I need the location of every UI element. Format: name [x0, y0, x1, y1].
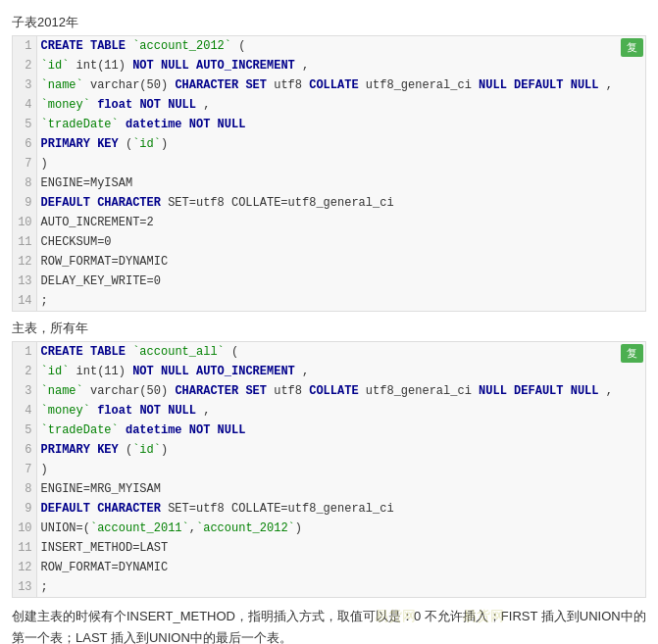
- table-row: 10 AUTO_INCREMENT=2: [13, 213, 645, 232]
- code-table-2012: 1 CREATE TABLE `account_2012` ( 2 `id` i…: [13, 36, 645, 311]
- table-row: 13 ;: [13, 577, 645, 597]
- table-row: 11 CHECKSUM=0: [13, 232, 645, 252]
- line-num: 4: [13, 401, 36, 421]
- line-num: 2: [13, 56, 36, 75]
- table-row: 6 PRIMARY KEY (`id`): [13, 134, 645, 154]
- line-num: 10: [13, 519, 36, 538]
- prose-insert-method: 创建主表的时候有个INSERT_METHOD，指明插入方式，取值可以是：0 不允…: [12, 606, 646, 644]
- line-num: 3: [13, 75, 36, 95]
- table-row: 5 `tradeDate` datetime NOT NULL: [13, 421, 645, 440]
- table-row: 2 `id` int(11) NOT NULL AUTO_INCREMENT ,: [13, 56, 645, 75]
- code-table-all: 1 CREATE TABLE `account_all` ( 2 `id` in…: [13, 342, 645, 597]
- line-num: 8: [13, 479, 36, 499]
- line-num: 3: [13, 381, 36, 401]
- line-num: 6: [13, 134, 36, 154]
- table-row: 11 INSERT_METHOD=LAST: [13, 538, 645, 558]
- line-num: 6: [13, 440, 36, 460]
- table-row: 10 UNION=(`account_2011`,`account_2012`): [13, 519, 645, 538]
- line-num: 8: [13, 173, 36, 193]
- line-num: 13: [13, 272, 36, 291]
- table-row: 8 ENGINE=MyISAM: [13, 173, 645, 193]
- table-row: 3 `name` varchar(50) CHARACTER SET utf8 …: [13, 381, 645, 401]
- table-row: 8 ENGINE=MRG_MYISAM: [13, 479, 645, 499]
- line-num: 11: [13, 232, 36, 252]
- line-num: 10: [13, 213, 36, 232]
- section-title-all: 主表，所有年: [12, 320, 646, 337]
- section-title-2012: 子表2012年: [12, 14, 646, 31]
- table-row: 13 DELAY_KEY_WRITE=0: [13, 272, 645, 291]
- table-row: 9 DEFAULT CHARACTER SET=utf8 COLLATE=utf…: [13, 193, 645, 213]
- line-num: 9: [13, 499, 36, 519]
- line-num: 5: [13, 115, 36, 134]
- table-row: 14 ;: [13, 291, 645, 311]
- table-row: 9 DEFAULT CHARACTER SET=utf8 COLLATE=utf…: [13, 499, 645, 519]
- table-row: 1 CREATE TABLE `account_2012` (: [13, 36, 645, 56]
- line-num: 12: [13, 558, 36, 577]
- page-container: 子表2012年 复 1 CREATE TABLE `account_2012` …: [0, 0, 658, 644]
- table-row: 12 ROW_FORMAT=DYNAMIC: [13, 252, 645, 272]
- line-num: 4: [13, 95, 36, 115]
- table-row: 6 PRIMARY KEY (`id`): [13, 440, 645, 460]
- line-num: 1: [13, 342, 36, 362]
- copy-btn-all[interactable]: 复: [621, 344, 643, 363]
- table-row: 7 ): [13, 154, 645, 173]
- table-row: 12 ROW_FORMAT=DYNAMIC: [13, 558, 645, 577]
- code-block-2012: 复 1 CREATE TABLE `account_2012` ( 2 `id`…: [12, 35, 646, 312]
- line-num: 13: [13, 577, 36, 597]
- line-num: 5: [13, 421, 36, 440]
- table-row: 7 ): [13, 460, 645, 479]
- line-num: 9: [13, 193, 36, 213]
- table-row: 4 `money` float NOT NULL ,: [13, 401, 645, 421]
- table-row: 4 `money` float NOT NULL ,: [13, 95, 645, 115]
- code-block-all: 复 1 CREATE TABLE `account_all` ( 2 `id` …: [12, 341, 646, 598]
- line-num: 2: [13, 362, 36, 381]
- table-row: 5 `tradeDate` datetime NOT NULL: [13, 115, 645, 134]
- line-num: 7: [13, 154, 36, 173]
- copy-btn-2012[interactable]: 复: [621, 38, 643, 57]
- table-row: 2 `id` int(11) NOT NULL AUTO_INCREMENT ,: [13, 362, 645, 381]
- line-num: 12: [13, 252, 36, 272]
- line-num: 11: [13, 538, 36, 558]
- table-row: 3 `name` varchar(50) CHARACTER SET utf8 …: [13, 75, 645, 95]
- line-num: 14: [13, 291, 36, 311]
- line-num: 1: [13, 36, 36, 56]
- line-num: 7: [13, 460, 36, 479]
- table-row: 1 CREATE TABLE `account_all` (: [13, 342, 645, 362]
